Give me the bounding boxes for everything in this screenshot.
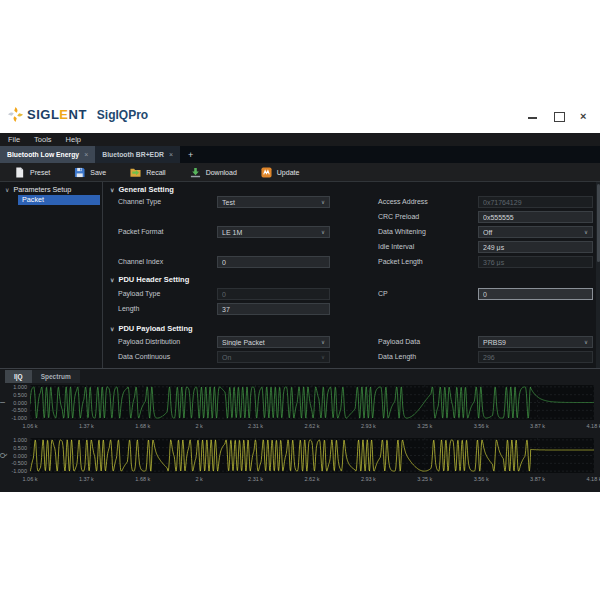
x-tick-label: 2.31 k (241, 423, 271, 429)
data-whitening-select[interactable]: Off∨ (478, 226, 593, 238)
section-pdu-payload-setting[interactable]: ∨ PDU Payload Setting (110, 324, 193, 333)
download-button[interactable]: Download (190, 167, 237, 178)
preset-button[interactable]: Preset (14, 167, 50, 178)
data-continuous-label: Data Continuous (118, 351, 170, 363)
company-name: SIGLENT (27, 107, 87, 122)
tab-spectrum[interactable]: Spectrum (32, 370, 80, 383)
payload-data-label: Payload Data (378, 336, 420, 348)
menu-tools[interactable]: Tools (34, 135, 52, 144)
packet-format-label: Packet Format (118, 226, 164, 238)
form-scrollbar[interactable] (596, 182, 600, 368)
chevron-down-icon: ∨ (110, 186, 114, 193)
x-tick-label: 1.06 k (15, 476, 45, 482)
length-input[interactable]: 37 (217, 303, 330, 315)
update-button[interactable]: Update (261, 167, 300, 178)
floppy-icon (74, 167, 85, 178)
cp-input[interactable]: 0 (478, 288, 593, 300)
new-tab-button[interactable]: + (180, 146, 201, 163)
tab-iq[interactable]: I|Q (5, 370, 32, 383)
idle-interval-input[interactable]: 249 μs (478, 241, 593, 253)
sidebar-item-packet[interactable]: Packet (18, 195, 100, 205)
access-address-input: 0x71764129 (478, 196, 593, 208)
access-address-label: Access Address (378, 196, 428, 208)
maximize-button[interactable] (554, 112, 564, 121)
chevron-down-icon: ∨ (584, 229, 588, 235)
tab-close-icon[interactable]: × (169, 151, 173, 158)
title-bar: SIGLENT SigIQPro × (0, 100, 600, 133)
scrollbar-thumb[interactable] (597, 184, 600, 262)
save-button[interactable]: Save (74, 167, 106, 178)
close-button[interactable]: × (580, 112, 590, 121)
menu-file[interactable]: File (8, 135, 20, 144)
channel-index-label: Channel Index (118, 256, 163, 268)
app-window: SIGLENT SigIQPro × File Tools Help Bluet… (0, 100, 600, 492)
y-tick-label: 0.000 (3, 400, 27, 406)
packet-length-label: Packet Length (378, 256, 423, 268)
q-plot-area[interactable] (30, 438, 594, 473)
folder-icon (130, 167, 141, 178)
payload-data-select[interactable]: PRBS9∨ (478, 336, 593, 348)
tab-bluetooth-low-energy[interactable]: Bluetooth Low Energy × (0, 146, 95, 163)
recall-button[interactable]: Recall (130, 167, 165, 178)
crc-preload-input[interactable]: 0x555555 (478, 211, 593, 223)
chevron-down-icon: ∨ (110, 325, 114, 332)
cp-label: CP (378, 288, 388, 300)
tab-bluetooth-br-edr[interactable]: Bluetooth BR+EDR × (95, 146, 180, 163)
y-tick-label: -1.000 (3, 468, 27, 474)
section-pdu-header-setting[interactable]: ∨ PDU Header Setting (110, 275, 189, 284)
tab-close-icon[interactable]: × (84, 151, 88, 158)
i-waveform-chart: I1.0000.5000.000-0.500-1.0001.06 k1.37 k… (0, 385, 600, 437)
channel-type-select[interactable]: Test∨ (217, 196, 330, 208)
brand-logo: SIGLENT SigIQPro (8, 107, 148, 122)
y-tick-label: 0.500 (3, 392, 27, 398)
download-arrow-icon (190, 167, 201, 178)
x-tick-label: 2.31 k (241, 476, 271, 482)
section-general-setting[interactable]: ∨ General Setting (110, 185, 174, 194)
chart-tab-bar: I|Q Spectrum (5, 370, 80, 383)
document-tab-bar: Bluetooth Low Energy × Bluetooth BR+EDR … (0, 146, 600, 163)
y-tick-label: 0.500 (3, 445, 27, 451)
y-tick-label: -1.000 (3, 415, 27, 421)
x-tick-label: 1.68 k (128, 476, 158, 482)
menu-help[interactable]: Help (66, 135, 81, 144)
parameters-sidebar: ∨ Parameters Setup Packet (0, 182, 103, 368)
toolbar: Preset Save Recall Download Update (0, 163, 600, 182)
packet-format-select[interactable]: LE 1M∨ (217, 226, 330, 238)
x-tick-label: 3.87 k (523, 423, 553, 429)
x-tick-label: 2 k (184, 423, 214, 429)
payload-distribution-select[interactable]: Single Packet∨ (217, 336, 330, 348)
q-waveform-chart: Q1.0000.5000.000-0.500-1.0001.06 k1.37 k… (0, 438, 600, 490)
x-tick-label: 2 k (184, 476, 214, 482)
channel-index-input[interactable]: 0 (217, 256, 330, 268)
y-tick-label: -0.500 (3, 407, 27, 413)
i-plot-area[interactable] (30, 385, 594, 420)
document-icon (14, 167, 25, 178)
x-tick-label: 1.06 k (15, 423, 45, 429)
data-length-input: 296 (478, 351, 593, 363)
parameters-content: ∨ Parameters Setup Packet ∨ General Sett… (0, 182, 600, 368)
x-tick-label: 1.68 k (128, 423, 158, 429)
payload-distribution-label: Payload Distribution (118, 336, 180, 348)
minimize-button[interactable] (528, 112, 538, 121)
siglent-pinwheel-icon (8, 107, 23, 122)
data-whitening-label: Data Whitening (378, 226, 426, 238)
y-tick-label: 1.000 (3, 384, 27, 390)
chart-panel: I|Q Spectrum I1.0000.5000.000-0.500-1.00… (0, 368, 600, 492)
x-tick-label: 3.25 k (410, 423, 440, 429)
y-tick-label: 1.000 (3, 437, 27, 443)
x-tick-label: 3.87 k (523, 476, 553, 482)
chevron-down-icon: ∨ (321, 354, 325, 360)
chevron-down-icon: ∨ (321, 229, 325, 235)
x-tick-label: 3.25 k (410, 476, 440, 482)
chevron-down-icon: ∨ (110, 276, 114, 283)
chevron-down-icon: ∨ (321, 199, 325, 205)
x-tick-label: 2.93 k (353, 423, 383, 429)
x-tick-label: 4.18 k (579, 423, 600, 429)
payload-type-label: Payload Type (118, 288, 160, 300)
tree-root-parameters-setup[interactable]: ∨ Parameters Setup (5, 185, 71, 194)
chevron-down-icon: ∨ (321, 339, 325, 345)
y-tick-label: -0.500 (3, 460, 27, 466)
data-length-label: Data Length (378, 351, 416, 363)
chevron-down-icon: ∨ (584, 339, 588, 345)
packet-length-input: 376 μs (478, 256, 593, 268)
